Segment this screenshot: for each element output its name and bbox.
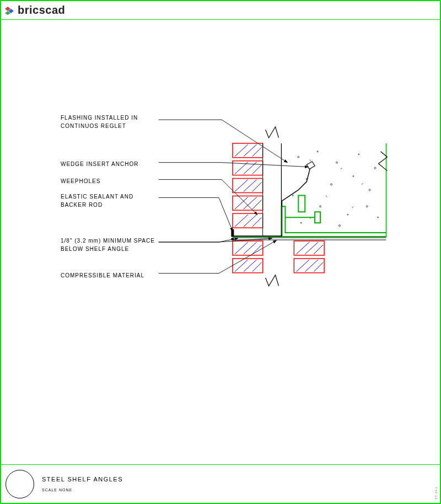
svg-line-28	[235, 260, 248, 272]
svg-line-34	[305, 242, 318, 254]
app-frame: bricscad	[0, 0, 441, 504]
drawing-title: STEEL SHELF ANGLES	[42, 476, 123, 482]
svg-line-16	[235, 180, 248, 192]
svg-point-52	[347, 214, 348, 215]
svg-line-17	[244, 180, 257, 192]
svg-line-24	[252, 217, 262, 227]
svg-rect-57	[298, 195, 305, 212]
detail-number-circle	[6, 470, 34, 498]
svg-marker-58	[306, 162, 315, 169]
title-texts: STEEL SHELF ANGLES SCALE NONE	[42, 476, 123, 492]
svg-line-22	[235, 215, 248, 227]
drawing-scale: SCALE NONE	[42, 488, 123, 492]
brand-text: bricscad	[18, 4, 65, 17]
svg-point-49	[369, 189, 370, 191]
title-block: STEEL SHELF ANGLES SCALE NONE	[1, 464, 440, 503]
svg-point-53	[366, 206, 368, 207]
svg-point-41	[298, 156, 299, 158]
svg-point-42	[317, 151, 318, 152]
svg-point-44	[358, 154, 359, 155]
svg-line-35	[314, 245, 323, 254]
svg-line-26	[244, 242, 257, 254]
side-credit: TYP 13	[434, 487, 438, 500]
svg-line-15	[252, 165, 262, 174]
svg-line-10	[235, 144, 248, 157]
svg-line-12	[252, 147, 262, 157]
leaders	[159, 120, 309, 274]
svg-line-36	[296, 260, 309, 272]
svg-line-37	[305, 260, 318, 272]
svg-point-55	[338, 225, 340, 227]
svg-line-25	[235, 242, 248, 254]
concrete-stipple	[292, 151, 378, 227]
svg-point-43	[336, 162, 337, 163]
svg-line-33	[296, 242, 309, 254]
svg-line-18	[252, 183, 262, 192]
svg-point-50	[292, 195, 293, 196]
svg-point-51	[320, 206, 321, 207]
svg-line-38	[314, 262, 323, 272]
svg-line-30	[252, 262, 262, 272]
svg-point-48	[353, 176, 354, 177]
cad-detail-svg	[1, 20, 440, 464]
svg-line-11	[244, 144, 257, 157]
header-bar: bricscad	[1, 1, 440, 20]
svg-point-56	[378, 217, 379, 218]
inner-brick-hatch	[296, 242, 323, 272]
bricscad-logo-icon	[4, 6, 14, 15]
brick-veneer	[233, 143, 263, 273]
svg-line-29	[244, 260, 257, 272]
svg-point-45	[374, 167, 376, 169]
wedge-insert	[306, 162, 315, 169]
svg-line-21	[252, 200, 262, 209]
svg-point-47	[331, 184, 332, 185]
svg-line-23	[244, 215, 257, 227]
drawing-area: FLASHING INSTALLED IN CONTINUOS REGLET W…	[1, 20, 440, 464]
svg-point-54	[300, 222, 302, 223]
